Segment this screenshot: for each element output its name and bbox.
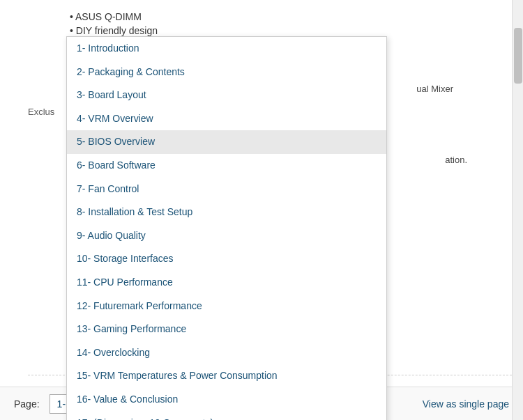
dropdown-item-15[interactable]: 15- VRM Temperatures & Power Consumption [67, 364, 386, 388]
dropdown-item-17[interactable]: 17- (Discussion: 10 Comments) [67, 412, 386, 421]
dropdown-item-14[interactable]: 14- Overclocking [67, 341, 386, 365]
page-dropdown-overlay: 1- Introduction2- Packaging & Contents3-… [66, 36, 387, 420]
dropdown-item-16[interactable]: 16- Value & Conclusion [67, 388, 386, 412]
view-single-page-link[interactable]: View as single page [423, 398, 509, 410]
dropdown-item-13[interactable]: 13- Gaming Performance [67, 318, 386, 341]
right-text-1: ual Mixer [416, 84, 453, 94]
dropdown-item-10[interactable]: 10- Storage Interfaces [67, 247, 386, 271]
dropdown-item-2[interactable]: 2- Packaging & Contents [67, 61, 386, 84]
bullet-2: • DIY friendly design [70, 25, 509, 36]
page-label: Page: [14, 398, 40, 410]
dropdown-item-4[interactable]: 4- VRM Overview [67, 107, 386, 131]
dropdown-item-5[interactable]: 5- BIOS Overview [67, 130, 386, 154]
dropdown-item-6[interactable]: 6- Board Software [67, 154, 386, 178]
dropdown-item-3[interactable]: 3- Board Layout [67, 84, 386, 107]
dropdown-item-1[interactable]: 1- Introduction [67, 37, 386, 61]
dropdown-item-8[interactable]: 8- Installation & Test Setup [67, 201, 386, 224]
scrollbar[interactable] [512, 0, 523, 420]
dropdown-item-9[interactable]: 9- Audio Quality [67, 224, 386, 248]
exclus-label: Exclus [28, 107, 54, 117]
right-text-2: ation. [445, 155, 467, 165]
bullet-1: • ASUS Q-DIMM [70, 11, 509, 22]
dropdown-item-11[interactable]: 11- CPU Performance [67, 271, 386, 295]
dropdown-item-7[interactable]: 7- Fan Control [67, 178, 386, 201]
scroll-thumb[interactable] [514, 28, 522, 84]
dropdown-item-12[interactable]: 12- Futuremark Performance [67, 295, 386, 318]
